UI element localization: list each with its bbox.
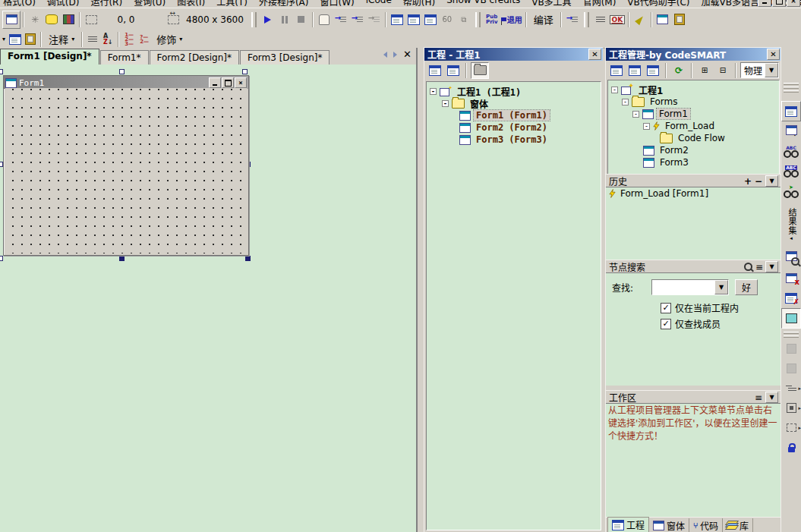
ok-check-button[interactable]: OK [609,11,626,28]
menu-item-show-vb-credits[interactable]: Show VB credits [446,0,520,8]
locals-window-button[interactable] [389,11,405,28]
lock-controls-button[interactable] [782,438,800,457]
form-title-bar[interactable]: Form1 × [4,76,248,89]
spacing-button[interactable]: ▸ [782,418,800,437]
menu-item-run[interactable]: 运行(R) [90,0,122,8]
history-item[interactable]: Form_Load [Form1] [606,187,781,200]
tab-close-icon[interactable]: ✕ [403,50,412,59]
data-view-button[interactable] [43,11,60,28]
resize-handle-bottom-center[interactable] [119,256,125,261]
menu-item-addins[interactable]: 外接程序(A) [259,0,309,8]
expand-all-button[interactable]: ⊞ [696,63,713,78]
menu-item-vb-multitool[interactable]: VB多工具 [531,0,571,8]
menu-item-window[interactable]: 窗口(W) [320,0,354,8]
form-designer-window[interactable]: Form1 × [3,75,249,256]
workspace-list-icon[interactable]: ≡ [755,392,762,403]
run-button[interactable] [260,11,276,28]
tree-item-form1[interactable]: - Form1 [608,108,779,120]
collapse-icon[interactable]: - [442,100,449,107]
step-into-button[interactable] [333,11,349,28]
tab-scroll-right-icon[interactable] [393,52,397,58]
checkbox-current-project[interactable]: ✓ 仅在当前工程内 [661,301,781,314]
menu-item-vb-code-assistant[interactable]: VB代码助手(C) [627,0,689,8]
find-combobox[interactable]: ▼ [651,279,729,295]
form-design-grid[interactable] [5,88,247,253]
comment-dropdown-button[interactable]: 注释 ▾ [44,32,79,47]
form-minimize-button[interactable] [209,77,221,88]
tab-scroll-left-icon[interactable] [383,52,387,58]
tree-item-form-load[interactable]: - Form_Load [608,120,779,132]
project-manager-button[interactable] [781,101,801,121]
shape-tool-button-1[interactable] [782,339,800,358]
list-view-button[interactable] [608,63,625,78]
code-review-button[interactable] [782,249,800,268]
workspace-menu-icon[interactable]: ▼ [765,392,778,403]
wizard-button[interactable]: ✳ [27,11,43,28]
find-button[interactable]: ABC [782,142,800,161]
close-button[interactable]: × [787,0,800,7]
toggle-folders-button[interactable] [471,62,489,79]
tree-item-form2[interactable]: Form2 [608,144,779,156]
disable-button[interactable]: 退用 [500,11,523,28]
tree-item-form2[interactable]: Form2 (Form2) [427,121,601,134]
add-form-button[interactable] [2,11,20,29]
sort-az-button[interactable]: AZ↓ [100,32,115,47]
tab-form1-design[interactable]: Form1 [Design]* [0,49,99,65]
watch-window-button[interactable] [422,11,439,28]
find-ok-button[interactable]: 好 [735,279,758,295]
collapse-all-button[interactable]: ⊟ [714,63,731,78]
view-object-button[interactable] [445,63,462,78]
refresh-button[interactable]: ⟳ [670,63,687,78]
tab-form2-design[interactable]: Form2 [Design]* [150,50,239,65]
checkbox-icon[interactable]: ✓ [661,303,671,313]
collapse-icon[interactable]: - [611,87,618,93]
tree-item-forms[interactable]: - Forms [608,96,779,108]
chevron-down-icon[interactable]: ▼ [765,63,778,77]
immediate-window-button[interactable] [405,11,422,28]
collapse-icon[interactable]: - [643,123,650,130]
find-in-files-button[interactable]: ➤ [782,181,800,200]
tab-forms[interactable]: 窗体 [649,518,689,532]
view-mode-combobox[interactable]: 物理 ▼ [740,62,779,78]
menu-item-format[interactable]: 格式(O) [3,0,36,8]
minimize-button[interactable] [758,0,771,7]
copy-form-button[interactable] [654,11,671,28]
result-set-button[interactable]: 结果集 ◂ [782,201,800,248]
menu-item-tools[interactable]: 工具(T) [216,0,248,8]
menu-item-diagram[interactable]: 图表(I) [177,0,205,8]
decorate-dropdown-button[interactable]: 修饰 ▾ [152,32,187,47]
form-maximize-button[interactable] [222,77,234,88]
toolbar-overflow-button[interactable]: ▾ [0,32,8,47]
quick-watch-button[interactable]: 60 [439,11,456,28]
collapse-icon[interactable]: - [632,111,639,118]
sort-list-button[interactable] [592,11,609,28]
search-list-icon[interactable]: ≡ [755,262,762,272]
sync-tree-button[interactable] [645,63,661,78]
tree-item-project[interactable]: - 工程1 [608,83,779,96]
pause-button[interactable] [276,11,293,28]
close-window-button[interactable]: x [782,269,800,288]
project-explorer-title-bar[interactable]: 工程 - 工程1 ✕ [424,48,603,61]
history-add-icon[interactable]: + [744,176,752,187]
copy-code-button[interactable] [8,32,23,47]
menu-item-query[interactable]: 查询(U) [134,0,166,8]
menu-item-official-site[interactable]: 官网(M) [583,0,617,8]
history-menu-icon[interactable]: ▼ [765,175,778,187]
tree-item-project[interactable]: - 工程1 (工程1) [427,85,601,97]
tree-item-code-flow[interactable]: Code Flow [608,132,779,144]
tab-form3-design[interactable]: Form3 [Design]* [240,50,330,65]
search-icon[interactable] [744,263,752,271]
numbered-list-button[interactable]: 1—2—3— [121,32,137,47]
tab-library[interactable]: 库 [723,518,753,532]
codesmart-title-bar[interactable]: 工程管理-by CodeSMART ✕ [606,48,781,61]
chevron-down-icon[interactable]: ▼ [714,280,728,294]
center-control-button[interactable]: ▸ [782,398,800,417]
stop-button[interactable] [293,11,310,28]
step-out-button[interactable] [366,11,383,28]
compile-button[interactable]: 编译 [529,11,558,28]
edit-form-button[interactable] [632,11,648,28]
call-stack-button[interactable]: ⧉ [456,11,472,28]
view-code-button[interactable] [427,63,443,78]
menu-item-help[interactable]: 帮助(H) [403,0,435,8]
tree-item-form1[interactable]: Form1 (Form1) [427,109,601,121]
